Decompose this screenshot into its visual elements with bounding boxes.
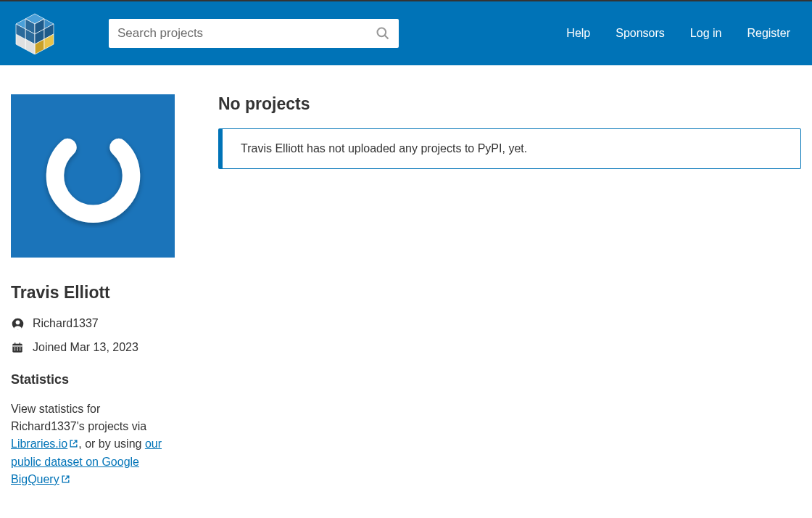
libraries-link[interactable]: Libraries.io: [11, 437, 78, 450]
nav-register[interactable]: Register: [747, 27, 790, 40]
no-projects-alert: Travis Elliott has not uploaded any proj…: [218, 128, 801, 169]
profile-name: Travis Elliott: [11, 283, 175, 303]
profile-meta: Richard1337: [11, 317, 175, 354]
calendar-icon: [11, 341, 24, 354]
nav-links: Help Sponsors Log in Register: [566, 27, 801, 40]
svg-rect-18: [12, 345, 22, 346]
svg-rect-25: [17, 350, 18, 350]
content: No projects Travis Elliott has not uploa…: [218, 94, 801, 489]
username: Richard1337: [33, 317, 99, 330]
external-link-icon: [69, 436, 78, 453]
svg-rect-22: [17, 348, 18, 348]
nav-sponsors[interactable]: Sponsors: [616, 27, 665, 40]
main: Travis Elliott Richard1337: [0, 65, 812, 511]
nav-login[interactable]: Log in: [690, 27, 722, 40]
avatar: [11, 94, 175, 258]
svg-point-13: [378, 28, 386, 37]
search-input[interactable]: [117, 26, 376, 41]
logo[interactable]: [11, 12, 58, 54]
stats-prefix: View statistics for Richard1337's projec…: [11, 403, 146, 432]
svg-line-14: [385, 36, 389, 39]
joined-date: Joined Mar 13, 2023: [33, 341, 138, 354]
svg-rect-23: [20, 348, 21, 348]
svg-rect-24: [14, 350, 15, 350]
stats-middle: , or by using: [78, 437, 145, 450]
search-container: [109, 19, 399, 48]
svg-rect-21: [14, 348, 15, 348]
section-title: No projects: [218, 94, 801, 114]
svg-rect-19: [14, 342, 15, 345]
search-icon[interactable]: [376, 26, 390, 41]
user-icon: [11, 317, 24, 330]
joined-row: Joined Mar 13, 2023: [11, 341, 175, 354]
nav-help[interactable]: Help: [566, 27, 590, 40]
header: Help Sponsors Log in Register: [0, 1, 812, 65]
sidebar: Travis Elliott Richard1337: [11, 94, 175, 489]
statistics-heading: Statistics: [11, 372, 175, 387]
svg-rect-26: [20, 350, 21, 350]
external-link-icon: [61, 472, 70, 489]
statistics-text: View statistics for Richard1337's projec…: [11, 400, 175, 489]
svg-point-16: [15, 320, 20, 324]
username-row: Richard1337: [11, 317, 175, 330]
svg-rect-20: [20, 342, 20, 345]
